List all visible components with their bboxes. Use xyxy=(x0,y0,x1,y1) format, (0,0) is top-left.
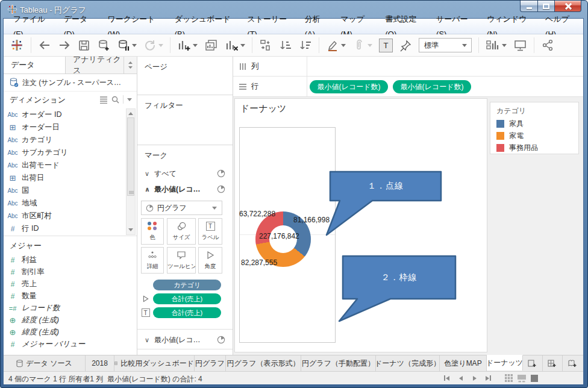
tab-pie-chart[interactable]: 円グラフ xyxy=(195,355,226,371)
field-row[interactable]: Abc国 xyxy=(4,184,124,197)
scroll-up-icon[interactable] xyxy=(128,112,133,115)
undo-button[interactable] xyxy=(38,39,51,52)
tab-analytics[interactable]: アナリティクス xyxy=(66,57,124,74)
filters-shelf[interactable]: フィルター xyxy=(137,95,233,145)
pane-swap-button[interactable] xyxy=(124,57,137,74)
chevron-down-icon[interactable]: ∨ xyxy=(145,170,151,178)
clear-sheet-caret-icon[interactable] xyxy=(240,44,245,47)
tab-pie-chart-showme[interactable]: 円グラフ（表示形式） xyxy=(226,355,301,371)
tab-data[interactable]: データ xyxy=(4,57,66,74)
redo-button[interactable] xyxy=(58,39,71,52)
highlight-button[interactable] xyxy=(326,39,339,52)
mark-type-select[interactable]: 円グラフ xyxy=(141,201,222,215)
field-row[interactable]: #メジャー バリュー xyxy=(4,338,124,351)
last-sheet-button[interactable] xyxy=(483,373,493,383)
clear-sheet-button[interactable] xyxy=(225,39,239,52)
pause-auto-updates-button[interactable] xyxy=(117,39,130,52)
field-row[interactable]: ⊕経度 (生成) xyxy=(4,314,124,327)
fields-menu-caret-icon[interactable] xyxy=(127,98,132,101)
sheet-sorter-view-icon[interactable] xyxy=(504,374,513,383)
angle-button[interactable]: 角度 xyxy=(198,247,222,274)
marks-card-min-collapsed[interactable]: ∨ 最小値(レコ… xyxy=(137,333,233,347)
show-tabs-view-icon[interactable] xyxy=(530,374,539,383)
highlight-caret-icon[interactable] xyxy=(341,44,346,47)
tab-2018[interactable]: 2018 xyxy=(86,355,114,371)
data-source-connection[interactable]: 注文 (サンプル - スーパース… xyxy=(4,74,137,92)
new-worksheet-button[interactable] xyxy=(177,39,191,52)
row-pill-min-records[interactable]: 最小値(レコード数) xyxy=(310,80,388,93)
marks-card-all[interactable]: ∨ すべて xyxy=(137,166,233,181)
save-button[interactable] xyxy=(78,39,90,52)
maximize-button[interactable] xyxy=(538,1,555,12)
field-row[interactable]: =#レコード数 xyxy=(4,302,124,314)
tab-filled-map[interactable]: 色塗りMAP xyxy=(440,355,487,371)
filmstrip-view-icon[interactable] xyxy=(517,374,527,383)
marks-card-min-records[interactable]: ∧ 最小値(レコ… xyxy=(137,182,233,196)
swap-rows-columns-button[interactable] xyxy=(259,39,272,52)
share-button[interactable] xyxy=(541,39,554,52)
pause-caret-icon[interactable] xyxy=(132,44,137,47)
legend-item[interactable]: 家具 xyxy=(496,118,524,129)
tab-comparison-dashboard[interactable]: 比較用ダッシュボード xyxy=(114,355,195,371)
new-story-tab-button[interactable] xyxy=(563,355,583,371)
field-row[interactable]: Abcオーダー ID xyxy=(4,108,124,121)
chevron-down-icon[interactable]: ∨ xyxy=(145,336,151,344)
label-button[interactable]: T ラベル xyxy=(198,218,222,245)
pill-sum-sales-label[interactable]: 合計(売上) xyxy=(153,307,221,318)
field-row[interactable]: Abcカテゴリ xyxy=(4,134,124,146)
field-row[interactable]: ⊕緯度 (生成) xyxy=(4,326,124,339)
close-button[interactable] xyxy=(555,1,581,12)
sort-ascending-button[interactable] xyxy=(279,39,292,52)
scroll-down-icon[interactable] xyxy=(128,228,133,231)
field-row[interactable]: #行 ID xyxy=(4,222,124,235)
field-row[interactable]: #売上 xyxy=(4,278,124,290)
legend-item[interactable]: 家電 xyxy=(496,130,524,141)
field-row[interactable]: Abc市区町村 xyxy=(4,210,124,222)
show-me-button[interactable] xyxy=(486,39,500,52)
columns-shelf[interactable]: 列 xyxy=(233,57,583,77)
chevron-up-icon[interactable]: ∧ xyxy=(145,186,151,193)
field-row[interactable]: #割引率 xyxy=(4,266,124,278)
show-mark-labels-button[interactable]: T xyxy=(379,39,393,52)
view-as-list-icon[interactable] xyxy=(99,96,108,104)
field-row[interactable]: #数量 xyxy=(4,290,124,302)
fields-scrollbar[interactable] xyxy=(126,108,136,235)
pages-shelf[interactable]: ページ xyxy=(137,57,233,95)
rows-shelf[interactable]: 行 最小値(レコード数) 最小値(レコード数) xyxy=(233,77,583,97)
sort-descending-button[interactable] xyxy=(299,39,312,52)
show-me-caret-icon[interactable] xyxy=(502,44,507,47)
new-dashboard-tab-button[interactable] xyxy=(543,355,563,371)
field-row[interactable]: Abc出荷モード xyxy=(4,159,124,172)
field-row[interactable]: #利益 xyxy=(4,254,124,266)
field-row[interactable]: ⊞出荷日 xyxy=(4,172,124,184)
new-worksheet-tab-button[interactable] xyxy=(523,355,543,371)
size-button[interactable]: サイズ xyxy=(167,218,196,245)
field-row[interactable]: Abc地域 xyxy=(4,197,124,210)
pill-sum-sales-angle[interactable]: 合計(売上) xyxy=(153,293,221,304)
field-row[interactable]: Abcサブカテゴリ xyxy=(4,146,124,159)
minimize-button[interactable] xyxy=(520,1,538,12)
color-button[interactable]: 色 xyxy=(141,218,164,245)
tooltip-button[interactable]: ツールヒント xyxy=(167,247,196,274)
fit-mode-select[interactable]: 標準 xyxy=(419,38,472,52)
previous-sheet-button[interactable] xyxy=(455,373,466,383)
tab-donut-finished[interactable]: ドーナツ（完成形） xyxy=(376,355,440,371)
legend-item[interactable]: 事務用品 xyxy=(496,142,538,153)
new-worksheet-caret-icon[interactable] xyxy=(193,44,198,47)
search-icon[interactable] xyxy=(111,96,119,104)
tab-data-source[interactable]: データ ソース xyxy=(4,355,86,371)
new-data-source-button[interactable] xyxy=(97,39,110,52)
tab-pie-chart-manual[interactable]: 円グラフ（手動配置） xyxy=(301,355,376,371)
presentation-mode-button[interactable] xyxy=(513,39,527,52)
field-row[interactable]: ⊞オーダー日 xyxy=(4,121,124,134)
pill-category[interactable]: カテゴリ xyxy=(153,280,221,290)
fix-axes-pin-button[interactable] xyxy=(399,39,412,52)
tab-donut-active[interactable]: ドーナッツ xyxy=(487,355,523,371)
row-pill-min-records[interactable]: 最小値(レコード数) xyxy=(393,80,471,93)
tableau-start-icon[interactable] xyxy=(10,38,24,52)
duplicate-button[interactable] xyxy=(204,39,218,52)
detail-button[interactable]: 詳細 xyxy=(141,247,164,274)
scrollbar-thumb[interactable] xyxy=(127,117,134,196)
color-legend[interactable]: カテゴリ 家具 家電 事務用品 xyxy=(490,102,579,154)
next-sheet-button[interactable] xyxy=(469,373,480,383)
